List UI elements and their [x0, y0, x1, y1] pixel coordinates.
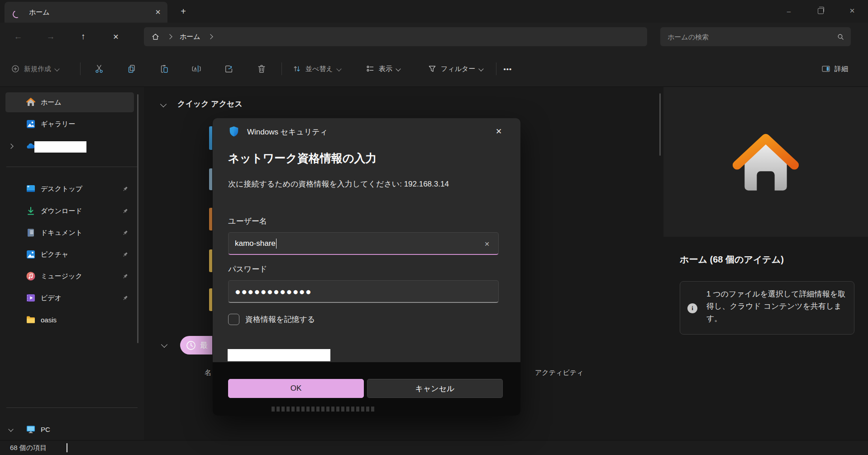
pin-icon [121, 251, 129, 259]
new-button-label: 新規作成 [24, 65, 51, 73]
clear-input-icon[interactable]: ✕ [481, 238, 493, 250]
status-bar: 68 個の項目 [0, 440, 868, 455]
username-field[interactable]: kamo-share ✕ [228, 232, 499, 255]
chevron-down-icon [396, 66, 401, 71]
sidebar-item-videos[interactable]: ビデオ [5, 288, 134, 308]
sidebar-item-pc[interactable]: PC [5, 419, 134, 439]
dialog-close-button[interactable]: ✕ [491, 124, 507, 139]
expand-chevron-icon[interactable] [8, 144, 13, 148]
sidebar-item-downloads[interactable]: ダウンロード [5, 201, 134, 221]
back-button[interactable]: ← [10, 28, 27, 45]
chevron-right-icon [167, 34, 172, 39]
redacted-content [228, 349, 330, 361]
chevron-down-icon [479, 66, 484, 71]
share-button[interactable] [218, 58, 240, 80]
cut-button[interactable] [88, 58, 110, 80]
up-button[interactable]: ↑ [75, 28, 92, 45]
username-label: ユーザー名 [228, 216, 267, 226]
window-close-button[interactable]: ✕ [839, 0, 865, 22]
sidebar-item-oasis[interactable]: oasis [5, 310, 134, 330]
chevron-down-icon [336, 66, 341, 71]
search-box[interactable] [660, 27, 851, 46]
sidebar-scrollbar[interactable] [137, 94, 138, 343]
windows-security-dialog: Windows セキュリティ ✕ ネットワーク資格情報の入力 次に接続するための… [213, 118, 520, 416]
sort-button[interactable]: 並べ替え [288, 59, 345, 79]
sidebar-item-documents[interactable]: ドキュメント [5, 223, 134, 243]
item-count-label: 68 個の項目 [10, 444, 47, 452]
view-button-label: 表示 [379, 65, 392, 73]
filter-button-label: フィルター [441, 65, 475, 73]
restore-icon [818, 8, 824, 14]
section-chevron-icon[interactable] [160, 101, 167, 107]
view-button[interactable]: 表示 [361, 59, 405, 79]
tab-close-button[interactable]: ✕ [152, 6, 164, 19]
dialog-title: Windows セキュリティ [247, 127, 328, 137]
recent-label-partial: 最 [200, 340, 208, 350]
filter-button[interactable]: フィルター [423, 59, 487, 79]
remember-credentials-row[interactable]: 資格情報を記憶する [228, 314, 315, 325]
clock-icon [186, 340, 196, 351]
chevron-down-icon [54, 66, 59, 71]
sidebar-item-music[interactable]: ミュージック [5, 266, 134, 286]
chevron-right-icon [208, 34, 213, 39]
collapse-chevron-icon[interactable] [8, 426, 13, 431]
videos-icon [25, 292, 36, 303]
music-icon [25, 271, 36, 282]
paste-icon [159, 64, 169, 74]
sidebar-item-label: デスクトップ [41, 185, 82, 193]
delete-button[interactable] [251, 58, 272, 80]
sort-icon [292, 64, 301, 73]
sidebar-item-pictures[interactable]: ピクチャ [5, 244, 134, 264]
toolbar-divider [80, 62, 81, 75]
cancel-button[interactable]: キャンセル [367, 379, 503, 398]
new-button[interactable]: 新規作成 [6, 59, 63, 79]
breadcrumb[interactable]: ホーム [144, 27, 647, 46]
new-tab-button[interactable]: + [177, 5, 190, 18]
search-input[interactable] [667, 33, 837, 41]
share-icon [224, 64, 234, 74]
title-bar: ホーム ✕ + – ✕ [0, 0, 868, 23]
explorer-tab[interactable]: ホーム ✕ [5, 2, 167, 23]
plus-circle-icon [11, 64, 20, 73]
tab-loading-icon [12, 10, 22, 19]
window-restore-button[interactable] [807, 0, 834, 22]
quick-access-section-header[interactable]: クイック アクセス [161, 99, 243, 109]
ok-button[interactable]: OK [228, 379, 364, 398]
file-explorer-window: ホーム ✕ + – ✕ ← → ↑ ✕ ホーム 新規作成 [0, 0, 868, 455]
checkbox[interactable] [228, 314, 239, 325]
shield-icon [228, 125, 240, 137]
breadcrumb-item-home[interactable]: ホーム [180, 33, 200, 41]
file-list-scrollbar[interactable] [659, 93, 661, 156]
search-icon [837, 33, 844, 41]
clipped-text [272, 407, 376, 412]
pictures-icon [25, 249, 36, 260]
stop-button[interactable]: ✕ [107, 28, 124, 45]
pc-icon [25, 424, 36, 435]
name-column-header[interactable]: 名 [205, 369, 211, 377]
cut-icon [94, 64, 104, 74]
section-chevron-icon[interactable] [161, 341, 167, 348]
more-options-button[interactable]: ••• [497, 58, 519, 80]
forward-button[interactable]: → [42, 28, 59, 45]
sidebar-item-label: ドキュメント [41, 229, 82, 237]
pin-icon [121, 294, 129, 302]
view-icon [366, 64, 375, 73]
details-pane-button[interactable]: 詳細 [817, 59, 853, 79]
paste-button[interactable] [153, 58, 175, 80]
password-field[interactable]: ●●●●●●●●●●●● [228, 280, 499, 303]
sidebar-item-gallery[interactable]: ギャラリー [5, 114, 134, 134]
rename-button[interactable] [186, 58, 207, 80]
navigation-bar: ← → ↑ ✕ ホーム [0, 23, 868, 51]
copy-button[interactable] [121, 58, 143, 80]
home-icon [25, 97, 36, 108]
dialog-heading: ネットワーク資格情報の入力 [228, 151, 377, 166]
sidebar-item-desktop[interactable]: デスクトップ [5, 179, 134, 199]
sidebar-item-label: ミュージック [41, 272, 82, 281]
info-text: 1 つのファイルを選択して詳細情報を取得し、クラウド コンテンツを共有します。 [706, 288, 848, 325]
filter-icon [428, 64, 437, 73]
toolbar-divider [281, 62, 282, 75]
window-minimize-button[interactable]: – [776, 0, 802, 22]
activity-column-header[interactable]: アクティビティ [535, 369, 583, 377]
redacted-onedrive-name [34, 141, 86, 153]
sidebar-item-home[interactable]: ホーム [5, 92, 134, 112]
